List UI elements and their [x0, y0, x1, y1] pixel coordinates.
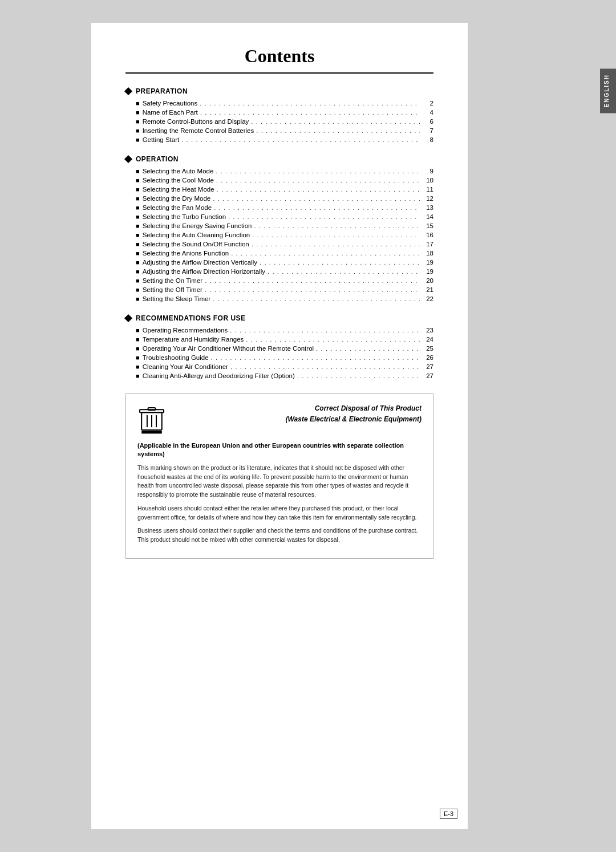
toc-label: Adjusting the Airflow Direction Horizont…	[143, 268, 265, 275]
section-recommendations-title: Recommendations for Use	[136, 314, 246, 322]
toc-item: ■ Getting Start 8	[136, 136, 433, 144]
toc-item: ■ Temperature and Humidity Ranges 24	[136, 336, 433, 343]
dots	[213, 295, 420, 303]
dots	[200, 100, 420, 107]
toc-item: ■ Setting the Off Timer 21	[136, 286, 433, 294]
bottom-box-para-2: Household users should contact either th…	[137, 504, 422, 522]
toc-item: ■ Selecting the Anions Function 18	[136, 250, 433, 257]
dots	[230, 363, 420, 371]
page-num: 9	[422, 168, 433, 175]
section-preparation-header: Preparation	[125, 87, 433, 95]
section-operation: Operation ■ Selecting the Auto Mode 9 ■ …	[125, 155, 433, 303]
dots	[228, 213, 420, 221]
bullet: ■	[136, 100, 140, 107]
dots	[181, 136, 420, 144]
bullet: ■	[136, 268, 140, 275]
side-tab: ENGLISH	[600, 68, 616, 113]
bullet: ■	[136, 136, 140, 143]
page-num: 18	[422, 250, 433, 257]
bullet: ■	[136, 177, 140, 184]
page-num: 20	[422, 277, 433, 284]
diamond-icon-3	[124, 314, 132, 322]
toc-label: Cleaning Your Air Conditioner	[143, 363, 228, 370]
toc-item: ■ Selecting the Auto Mode 9	[136, 168, 433, 175]
dots	[260, 259, 420, 266]
dots	[230, 327, 420, 334]
section-recommendations: Recommendations for Use ■ Operating Reco…	[125, 314, 433, 380]
page-num: 24	[422, 336, 433, 343]
bottom-box-heading: (Applicable in the European Union and ot…	[137, 441, 422, 459]
toc-item: ■ Remote Control-Buttons and Display 6	[136, 118, 433, 125]
page-num: 2	[422, 100, 433, 107]
toc-label: Cleaning Anti-Allergy and Deodorizing Fi…	[143, 372, 295, 379]
toc-item: ■ Cleaning Your Air Conditioner 27	[136, 363, 433, 371]
bullet: ■	[136, 232, 140, 238]
toc-label: Remote Control-Buttons and Display	[143, 118, 249, 125]
page-num: 27	[422, 363, 433, 370]
toc-item: ■ Selecting the Heat Mode 11	[136, 186, 433, 193]
section-operation-title: Operation	[136, 155, 179, 163]
toc-label: Troubleshooting Guide	[143, 354, 209, 361]
toc-item: ■ Adjusting the Airflow Direction Horizo…	[136, 268, 433, 275]
bullet: ■	[136, 363, 140, 370]
dots	[268, 268, 420, 275]
toc-label: Setting the Off Timer	[143, 286, 202, 293]
dots	[256, 127, 420, 135]
bullet: ■	[136, 222, 140, 229]
diamond-icon-2	[124, 155, 132, 163]
dots	[316, 345, 420, 352]
dots	[205, 277, 420, 285]
toc-label: Selecting the Auto Cleaning Function	[143, 232, 250, 238]
toc-item: ■ Selecting the Fan Mode 13	[136, 204, 433, 212]
diamond-icon	[124, 87, 132, 95]
page-num: 26	[422, 354, 433, 361]
toc-item: ■ Selecting the Energy Saving Function 1…	[136, 222, 433, 230]
toc-label: Selecting the Cool Mode	[143, 177, 214, 184]
bullet: ■	[136, 277, 140, 284]
page-num: 8	[422, 136, 433, 143]
dots	[252, 241, 420, 248]
dots	[254, 222, 420, 230]
toc-item: ■ Setting the On Timer 20	[136, 277, 433, 285]
page-num: 13	[422, 204, 433, 211]
toc-item: ■ Adjusting the Airflow Direction Vertic…	[136, 259, 433, 266]
toc-label: Inserting the Remote Control Batteries	[143, 127, 254, 134]
section-operation-header: Operation	[125, 155, 433, 163]
toc-label: Selecting the Auto Mode	[143, 168, 214, 175]
dots	[211, 354, 420, 362]
page-num: 23	[422, 327, 433, 334]
dots	[251, 118, 420, 125]
dots	[214, 204, 420, 212]
dots	[213, 195, 420, 202]
bottom-disposal-box: Correct Disposal of This Product (Waste …	[125, 393, 433, 559]
toc-label: Selecting the Fan Mode	[143, 204, 212, 211]
dots	[216, 177, 420, 184]
bullet: ■	[136, 118, 140, 125]
main-content: Contents Preparation ■ Safety Precaution…	[91, 23, 468, 829]
bullet: ■	[136, 372, 140, 379]
page-num: 14	[422, 213, 433, 220]
dots	[252, 232, 420, 239]
bullet: ■	[136, 241, 140, 248]
bullet: ■	[136, 336, 140, 343]
bullet: ■	[136, 204, 140, 211]
bullet: ■	[136, 286, 140, 293]
preparation-items: ■ Safety Precautions 2 ■ Name of Each Pa…	[136, 100, 433, 144]
toc-item: ■ Name of Each Part 4	[136, 109, 433, 116]
svg-rect-6	[141, 431, 162, 434]
page-num: 11	[422, 186, 433, 193]
bullet: ■	[136, 186, 140, 193]
toc-item: ■ Selecting the Sound On/Off Function 17	[136, 241, 433, 248]
toc-label: Name of Each Part	[143, 109, 198, 116]
toc-item: ■ Setting the Sleep Timer 22	[136, 295, 433, 303]
page-num: 4	[422, 109, 433, 116]
toc-label: Selecting the Energy Saving Function	[143, 222, 252, 229]
toc-label: Selecting the Turbo Function	[143, 213, 226, 220]
bullet: ■	[136, 250, 140, 257]
page-num: 6	[422, 118, 433, 125]
toc-item: ■ Troubleshooting Guide 26	[136, 354, 433, 362]
dots	[246, 336, 420, 343]
toc-label: Selecting the Anions Function	[143, 250, 229, 257]
dots	[200, 109, 420, 116]
toc-label: Setting the Sleep Timer	[143, 295, 211, 302]
